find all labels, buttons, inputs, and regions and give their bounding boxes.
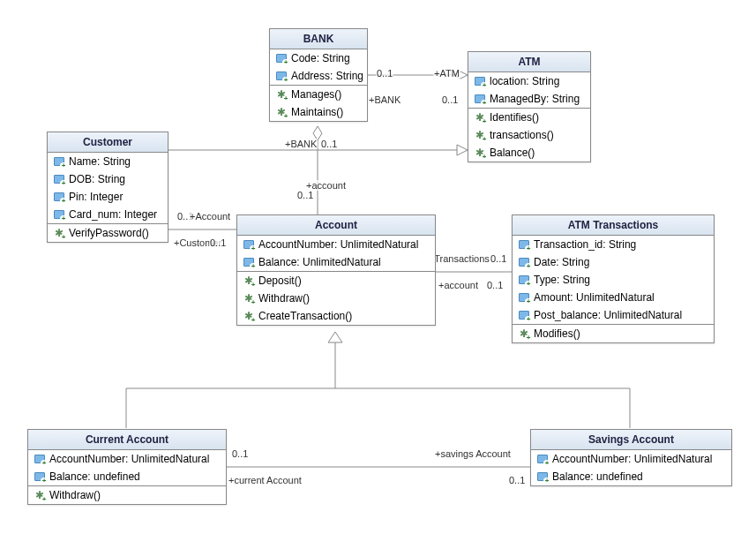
attribute-text: location: String bbox=[490, 75, 559, 87]
class-title: Current Account bbox=[28, 430, 226, 450]
attribute-icon bbox=[474, 75, 486, 87]
attribute-icon bbox=[243, 256, 255, 268]
operations-section: Withdraw() bbox=[28, 486, 226, 504]
operation-icon bbox=[34, 489, 46, 501]
label-cust-acc-mult2: 0..1 bbox=[209, 237, 227, 248]
attribute-row: Card_num: Integer bbox=[48, 206, 168, 223]
attribute-row: Type: String bbox=[513, 271, 714, 289]
label-bank-atm-role1: +ATM bbox=[433, 68, 460, 79]
class-savings-account[interactable]: Savings Account AccountNumber: Unlimited… bbox=[530, 429, 732, 486]
class-atm[interactable]: ATM location: String ManagedBy: String I… bbox=[468, 51, 591, 162]
label-bank-acc-mult2: 0..1 bbox=[296, 190, 314, 200]
attribute-icon bbox=[518, 291, 530, 304]
class-current-account[interactable]: Current Account AccountNumber: Unlimited… bbox=[27, 429, 227, 505]
attribute-icon bbox=[536, 453, 549, 465]
operations-section: VerifyPassword() bbox=[48, 224, 168, 242]
attribute-text: ManagedBy: String bbox=[490, 93, 580, 105]
operation-row: Manages() bbox=[270, 86, 367, 103]
label-cur-sav-mult2: 0..1 bbox=[508, 475, 526, 485]
attribute-row: ManagedBy: String bbox=[468, 90, 590, 108]
attribute-text: Card_num: Integer bbox=[69, 208, 157, 221]
operation-text: Withdraw() bbox=[258, 292, 310, 305]
label-bank-atm-mult1: 0..1 bbox=[376, 68, 393, 79]
attribute-row: AccountNumber: UnlimitedNatural bbox=[531, 450, 731, 468]
class-customer[interactable]: Customer Name: String DOB: String Pin: I… bbox=[47, 132, 168, 243]
attribute-text: Pin: Integer bbox=[69, 191, 123, 203]
attributes-section: AccountNumber: UnlimitedNatural Balance:… bbox=[28, 450, 226, 486]
attribute-row: Amount: UnlimitedNatural bbox=[513, 289, 714, 306]
attribute-text: Balance: undefined bbox=[49, 470, 140, 483]
operation-icon bbox=[518, 327, 530, 340]
attribute-icon bbox=[518, 238, 530, 251]
label-cur-sav-role2: +current Account bbox=[228, 475, 303, 485]
operation-icon bbox=[243, 292, 255, 305]
class-bank[interactable]: BANK Code: String Address: String Manage… bbox=[269, 28, 368, 122]
attribute-icon bbox=[536, 470, 549, 483]
operation-text: Identifies() bbox=[490, 111, 539, 124]
operation-text: VerifyPassword() bbox=[69, 227, 149, 239]
attribute-row: AccountNumber: UnlimitedNatural bbox=[237, 236, 435, 253]
operation-row: transactions() bbox=[468, 126, 590, 144]
attribute-icon bbox=[243, 238, 255, 251]
operation-row: CreateTransaction() bbox=[237, 307, 435, 325]
label-acc-trans-mult2: 0..1 bbox=[486, 280, 504, 290]
attribute-text: Post_balance: UnlimitedNatural bbox=[534, 309, 682, 321]
attribute-row: Transaction_id: String bbox=[513, 236, 714, 253]
attribute-icon bbox=[275, 70, 288, 82]
operation-row: VerifyPassword() bbox=[48, 224, 168, 242]
attribute-row: Code: String bbox=[270, 49, 367, 67]
attribute-icon bbox=[518, 256, 530, 268]
attribute-row: Pin: Integer bbox=[48, 188, 168, 206]
class-title: Customer bbox=[48, 132, 168, 153]
attribute-text: AccountNumber: UnlimitedNatural bbox=[552, 453, 712, 465]
attribute-icon bbox=[34, 453, 46, 465]
class-title: ATM Transactions bbox=[513, 215, 714, 236]
class-atm-transactions[interactable]: ATM Transactions Transaction_id: String … bbox=[512, 214, 715, 343]
class-title: Account bbox=[237, 215, 435, 236]
attributes-section: Name: String DOB: String Pin: Integer Ca… bbox=[48, 153, 168, 224]
operation-icon bbox=[53, 227, 65, 239]
attribute-row: Date: String bbox=[513, 253, 714, 271]
attributes-section: Code: String Address: String bbox=[270, 49, 367, 86]
operations-section: Modifies() bbox=[513, 325, 714, 342]
attribute-row: Name: String bbox=[48, 153, 168, 170]
attributes-section: Transaction_id: String Date: String Type… bbox=[513, 236, 714, 325]
svg-marker-5 bbox=[457, 145, 468, 155]
operation-icon bbox=[243, 275, 255, 287]
attribute-row: Balance: undefined bbox=[28, 468, 226, 485]
attribute-row: DOB: String bbox=[48, 170, 168, 188]
attribute-row: Address: String bbox=[270, 67, 367, 85]
attribute-icon bbox=[34, 470, 46, 483]
operation-text: Maintains() bbox=[291, 106, 343, 118]
attribute-text: AccountNumber: UnlimitedNatural bbox=[258, 238, 418, 251]
label-acc-trans-role2: +account bbox=[438, 280, 479, 290]
operation-row: Balance() bbox=[468, 144, 590, 162]
attribute-text: Date: String bbox=[534, 256, 589, 268]
class-title: ATM bbox=[468, 52, 590, 72]
operation-text: transactions() bbox=[490, 129, 554, 141]
attribute-row: AccountNumber: UnlimitedNatural bbox=[28, 450, 226, 468]
attribute-icon bbox=[275, 52, 288, 64]
operation-row: Identifies() bbox=[468, 109, 590, 126]
attribute-text: Address: String bbox=[291, 70, 363, 82]
attribute-icon bbox=[474, 93, 486, 105]
operation-text: CreateTransaction() bbox=[258, 310, 352, 322]
attribute-text: Amount: UnlimitedNatural bbox=[534, 291, 655, 304]
label-cust-acc-role1: +Account bbox=[189, 211, 231, 222]
class-title: BANK bbox=[270, 29, 367, 49]
attribute-icon bbox=[518, 274, 530, 286]
label-acc-trans-mult1: 0..1 bbox=[490, 253, 507, 264]
attribute-text: Balance: UnlimitedNatural bbox=[258, 256, 381, 268]
label-cur-sav-mult1: 0..1 bbox=[231, 448, 249, 459]
attribute-text: Code: String bbox=[291, 52, 350, 64]
attribute-icon bbox=[53, 173, 65, 185]
attribute-icon bbox=[53, 155, 65, 168]
operation-text: Deposit() bbox=[258, 275, 302, 287]
operation-icon bbox=[474, 147, 486, 159]
class-title: Savings Account bbox=[531, 430, 731, 450]
operations-section: Manages() Maintains() bbox=[270, 86, 367, 121]
class-account[interactable]: Account AccountNumber: UnlimitedNatural … bbox=[236, 214, 436, 326]
attribute-row: Post_balance: UnlimitedNatural bbox=[513, 306, 714, 324]
attribute-text: DOB: String bbox=[69, 173, 125, 185]
attribute-text: Transaction_id: String bbox=[534, 238, 636, 251]
